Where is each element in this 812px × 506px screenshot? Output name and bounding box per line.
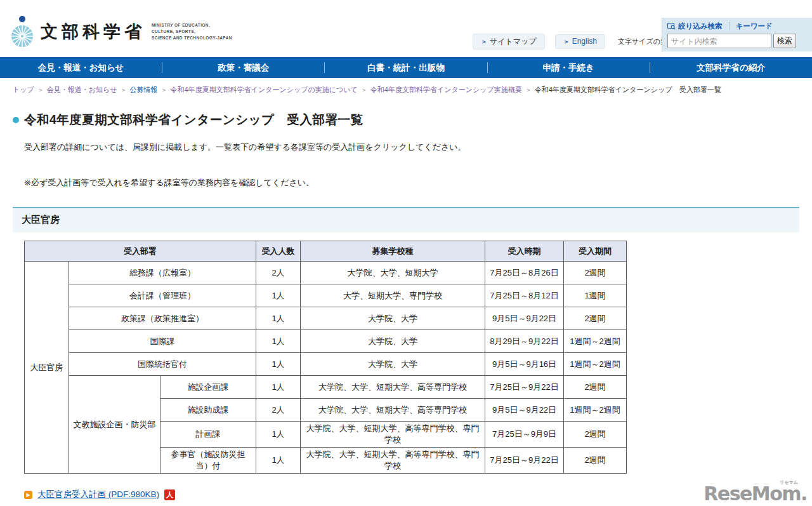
chevron-right-icon: ＞	[563, 38, 570, 45]
cell-count: 1人	[256, 422, 301, 448]
english-button[interactable]: ＞English	[555, 34, 605, 49]
pdf-link-row: ▶ 大臣官房受入計画 (PDF:980KB) 人	[24, 489, 799, 500]
cell-division: 国際課	[69, 330, 256, 353]
intro-text: 受入部署の詳細については、局課別に掲載します。一覧表下の希望する各課室等の受入計…	[24, 142, 799, 153]
breadcrumb-link-press[interactable]: 会見・報道・お知らせ	[47, 86, 117, 93]
cell-division: 会計課（管理班）	[69, 284, 256, 307]
cell-count: 1人	[256, 307, 301, 330]
refine-search-tab[interactable]: 絞り込み検索	[667, 22, 723, 31]
cell-count: 1人	[256, 353, 301, 376]
cell-period: 8月29日～9月22日	[485, 330, 564, 353]
nav-item-press[interactable]: 会見・報道・お知らせ	[0, 57, 162, 78]
header-count: 受入人数	[256, 241, 301, 262]
section-heading-daijinkanbo: 大臣官房	[13, 207, 799, 232]
breadcrumb-link-koubo[interactable]: 公募情報	[130, 86, 158, 93]
main-content: 令和4年度夏期文部科学省インターンシップ 受入部署一覧 受入部署の詳細については…	[0, 111, 812, 500]
page-title: 令和4年度夏期文部科学省インターンシップ 受入部署一覧	[24, 111, 363, 128]
cell-period: 7月25日～9月9日	[485, 422, 564, 448]
cell-duration: 2週間	[564, 376, 627, 399]
cell-schools: 大学院、大学	[301, 330, 485, 353]
cell-duration: 2週間	[564, 422, 627, 448]
breadcrumb-separator: ＞	[161, 86, 167, 93]
cell-schools: 大学院、大学、短期大学、高等専門学校、専門学校	[301, 448, 485, 474]
table-row: 文教施設企画・防災部 施設企画課 1人 大学院、大学、短期大学、高等専門学校 7…	[25, 376, 627, 399]
cell-schools: 大学院、大学、短期大学、高等専門学校	[301, 399, 485, 422]
cell-duration: 2週間	[564, 307, 627, 330]
filter-search-icon	[667, 23, 676, 30]
table-row: 政策課（政策推進室） 1人 大学院、大学 9月5日～9月22日 2週間	[25, 307, 627, 330]
site-search-input[interactable]	[667, 34, 771, 48]
site-search-panel: 絞り込み検索 キーワード 検索	[662, 18, 812, 51]
breadcrumb-separator: ＞	[525, 86, 532, 93]
nav-item-policy[interactable]: 政策・審議会	[162, 57, 324, 78]
table-row: 国際統括官付 1人 大学院、大学 9月5日～9月16日 1週間～2週間	[25, 353, 627, 376]
cell-schools: 大学院、大学	[301, 307, 485, 330]
tab-separator	[729, 22, 730, 30]
cell-count: 2人	[256, 262, 301, 284]
cell-period: 7月25日～8月26日	[485, 262, 564, 284]
cell-count: 1人	[256, 376, 301, 399]
sitemap-button[interactable]: ＞サイトマップ	[473, 34, 545, 50]
site-header: 文部科学省 MINISTRY OF EDUCATION, CULTURE, SP…	[0, 0, 812, 57]
header-department: 受入部署	[25, 241, 256, 262]
table-row: 大臣官房 総務課（広報室） 2人 大学院、大学、短期大学 7月25日～8月26日…	[25, 262, 627, 284]
header-schools: 募集学校種	[301, 241, 485, 262]
table-row: 会計課（管理班） 1人 大学、短期大学、専門学校 7月25日～8月12日 1週間	[25, 284, 627, 307]
cell-office: 大臣官房	[25, 262, 69, 474]
breadcrumb-separator: ＞	[37, 86, 44, 93]
breadcrumb-separator: ＞	[121, 86, 127, 93]
logo-subtitle: MINISTRY OF EDUCATION, CULTURE, SPORTS, …	[152, 22, 232, 41]
cell-division: 国際統括官付	[69, 353, 256, 376]
resemom-watermark: リセマム ReseMom.	[704, 479, 807, 503]
breadcrumb-separator: ＞	[361, 86, 367, 93]
breadcrumb-link-gaiyou[interactable]: 令和4年度文部科学省インターンシップ実施概要	[370, 86, 522, 93]
cell-group: 文教施設企画・防災部	[69, 376, 160, 474]
page-title-row: 令和4年度夏期文部科学省インターンシップ 受入部署一覧	[13, 111, 799, 128]
cell-division: 施設企画課	[160, 376, 256, 399]
title-bullet-icon	[13, 117, 19, 123]
mext-flower-icon	[9, 14, 36, 50]
cell-duration: 1週間～2週間	[564, 330, 627, 353]
nav-item-procedures[interactable]: 申請・手続き	[488, 57, 650, 78]
cell-schools: 大学院、大学、短期大学、高等専門学校	[301, 376, 485, 399]
chevron-right-icon: ＞	[481, 38, 487, 45]
cell-count: 1人	[256, 330, 301, 353]
cell-period: 7月25日～8月12日	[485, 284, 564, 307]
cell-duration: 1週間	[564, 284, 627, 307]
acceptance-table: 受入部署 受入人数 募集学校種 受入時期 受入期間 大臣官房 総務課（広報室） …	[24, 241, 627, 474]
cell-schools: 大学院、大学、短期大学	[301, 262, 485, 284]
cell-schools: 大学院、大学、短期大学、高等専門学校、専門学校	[301, 422, 485, 448]
search-submit-button[interactable]: 検索	[773, 34, 796, 48]
cell-schools: 大学院、大学	[301, 353, 485, 376]
global-nav: 会見・報道・お知らせ 政策・審議会 白書・統計・出版物 申請・手続き 文部科学省…	[0, 57, 812, 78]
logo-title: 文部科学省	[41, 20, 145, 43]
breadcrumb: トップ＞会見・報道・お知らせ＞公募情報＞令和4年度夏期文部科学省インターンシップ…	[0, 78, 812, 101]
header-period: 受入時期	[485, 241, 564, 262]
cell-period: 9月5日～9月22日	[485, 307, 564, 330]
header-duration: 受入期間	[564, 241, 627, 262]
breadcrumb-link-internship[interactable]: 令和4年度夏期文部科学省インターンシップの実施について	[171, 86, 358, 93]
table-header-row: 受入部署 受入人数 募集学校種 受入時期 受入期間	[25, 241, 627, 262]
mext-logo[interactable]: 文部科学省 MINISTRY OF EDUCATION, CULTURE, SP…	[9, 14, 232, 50]
cell-period: 9月5日～9月22日	[485, 399, 564, 422]
search-form: 検索	[667, 34, 807, 48]
cell-division: 参事官（施設防災担当）付	[160, 448, 256, 474]
cell-duration: 2週間	[564, 262, 627, 284]
cell-period: 7月25日～9月22日	[485, 376, 564, 399]
nav-item-whitepaper[interactable]: 白書・統計・出版物	[325, 57, 487, 78]
cell-division: 総務課（広報室）	[69, 262, 256, 284]
cell-duration: 2週間	[564, 448, 627, 474]
keyword-tab[interactable]: キーワード	[736, 22, 773, 31]
cell-period: 9月5日～9月16日	[485, 353, 564, 376]
daijinkanbo-plan-pdf-link[interactable]: 大臣官房受入計画 (PDF:980KB)	[37, 489, 159, 500]
search-tabs: 絞り込み検索 キーワード	[667, 20, 807, 32]
arrow-bullet-icon: ▶	[24, 491, 32, 499]
cell-count: 2人	[256, 399, 301, 422]
note-text: ※必ず受入計画等で受入れを希望する課室等の業務内容を確認してください。	[24, 177, 799, 189]
breadcrumb-link-top[interactable]: トップ	[13, 86, 34, 93]
table-row: 国際課 1人 大学院、大学 8月29日～9月22日 1週間～2週間	[25, 330, 627, 353]
cell-duration: 1週間～2週間	[564, 353, 627, 376]
cell-count: 1人	[256, 284, 301, 307]
cell-count: 1人	[256, 448, 301, 474]
nav-item-about[interactable]: 文部科学省の紹介	[650, 57, 812, 78]
